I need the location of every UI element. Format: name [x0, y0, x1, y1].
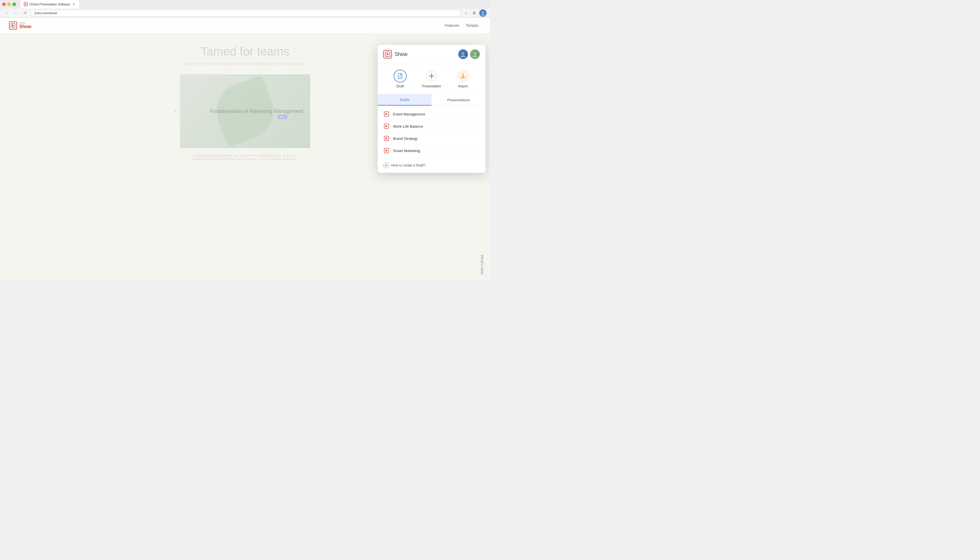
- site-nav-features[interactable]: Features: [444, 23, 459, 28]
- back-button[interactable]: ‹: [3, 10, 10, 17]
- list-item-text-2: Work-Life Balance: [393, 124, 423, 128]
- whats-new-label[interactable]: What's New: [480, 255, 484, 274]
- profile-avatar[interactable]: [479, 9, 487, 17]
- list-item[interactable]: Brand Strategy: [378, 132, 486, 144]
- svg-point-10: [474, 52, 476, 55]
- svg-point-8: [462, 52, 464, 55]
- back-icon: ‹: [6, 11, 7, 15]
- popup-list: Event Management Work-Life Balance: [378, 107, 486, 158]
- svg-marker-23: [385, 164, 388, 167]
- reload-icon: ↺: [23, 11, 27, 15]
- slide-preview-container: Fundamentals of Marketing Management. Am…: [180, 74, 310, 148]
- popup-logo-icon: [383, 50, 392, 58]
- popup-avatar-primary[interactable]: [458, 49, 468, 59]
- svg-marker-1: [25, 3, 27, 5]
- svg-point-3: [481, 14, 485, 16]
- amy-badge: Amy: [277, 115, 288, 119]
- draft-icon-circle: [394, 70, 407, 83]
- svg-point-9: [461, 55, 466, 57]
- presentation-action-button[interactable]: Presentation: [419, 70, 444, 88]
- popup-actions: Draft Presentation: [378, 64, 486, 94]
- tab-bar: Online Presentation Software ✕: [0, 0, 490, 9]
- import-label: Import: [458, 84, 468, 88]
- list-item-text-4: Smart Marketing: [393, 148, 420, 153]
- list-item-text-1: Event Management: [393, 112, 425, 116]
- popup-app-name: Show: [395, 52, 408, 57]
- svg-point-2: [482, 12, 484, 13]
- site-navbar: Zoho Show Features Templa...: [0, 18, 490, 33]
- import-action-button[interactable]: Import: [450, 70, 476, 88]
- slide-headline: Fundamentals of Marketing Management.: [210, 108, 304, 114]
- footer-play-icon: [383, 163, 389, 168]
- window-controls: [2, 3, 16, 6]
- extensions-icon[interactable]: ⊞: [471, 10, 477, 16]
- svg-marker-5: [12, 24, 14, 27]
- forward-button[interactable]: ›: [12, 10, 19, 17]
- minimize-button[interactable]: [7, 3, 11, 6]
- slide-text-overlay: Fundamentals of Marketing Management.: [210, 108, 304, 114]
- tab-favicon-icon: [24, 2, 28, 6]
- address-bar[interactable]: Zoho.com/show/: [31, 10, 461, 17]
- svg-point-11: [473, 55, 478, 57]
- tab-drafts[interactable]: Drafts: [378, 94, 432, 105]
- draft-label: Draft: [396, 84, 404, 88]
- tab-close-button[interactable]: ✕: [72, 2, 76, 6]
- site-logo: Zoho Show: [9, 22, 32, 30]
- site-nav-templates[interactable]: Templa...: [466, 23, 481, 28]
- popup-avatar-secondary[interactable]: [470, 49, 480, 59]
- draft-action-button[interactable]: Draft: [388, 70, 413, 88]
- forward-icon: ›: [15, 11, 17, 15]
- tab-title: Online Presentation Software: [30, 3, 70, 6]
- hero-subtitle: Stay in sync with your teams and make co…: [183, 61, 306, 66]
- nav-bar: ‹ › ↺ Zoho.com/show/ ☆ ⊞: [0, 9, 490, 18]
- list-item[interactable]: Smart Marketing: [378, 145, 486, 157]
- tab-presentations[interactable]: Presentations: [432, 94, 486, 105]
- hero-title: Tamed for teams: [201, 45, 290, 58]
- close-button[interactable]: [2, 3, 6, 6]
- list-item-icon-2: [383, 123, 389, 129]
- slide-prev-button[interactable]: ‹: [171, 107, 180, 115]
- popup-header: Show: [378, 45, 486, 64]
- browser-chrome: Online Presentation Software ✕ ‹ › ↺ Zoh…: [0, 0, 490, 18]
- site-logo-show: Show: [19, 24, 32, 29]
- list-item-icon-1: [383, 111, 389, 117]
- maximize-button[interactable]: [12, 3, 16, 6]
- list-item-icon-3: [383, 135, 389, 142]
- list-item-icon-4: [383, 148, 389, 154]
- popup-tabs: Drafts Presentations: [378, 94, 486, 106]
- website-background: Zoho Show Features Templa... Tamed for t…: [0, 18, 490, 280]
- list-item-text-3: Brand Strategy: [393, 137, 418, 141]
- presentation-icon-circle: [425, 70, 438, 83]
- dropdown-popup: Show: [378, 45, 486, 173]
- slide-preview: Fundamentals of Marketing Management. Am…: [180, 74, 310, 148]
- popup-right-icons: [458, 49, 480, 59]
- popup-footer: How to create a Draft?: [378, 158, 486, 173]
- url-text: Zoho.com/show/: [34, 12, 57, 15]
- import-icon-circle: [456, 70, 469, 83]
- bookmark-icon[interactable]: ☆: [463, 10, 469, 16]
- list-item[interactable]: Work-Life Balance: [378, 120, 486, 132]
- nav-right-icons: ☆ ⊞: [463, 9, 487, 17]
- bottom-description: Understanding the Marketing Mix and the …: [188, 154, 302, 160]
- list-item[interactable]: Event Management: [378, 108, 486, 120]
- site-logo-icon: [9, 22, 17, 30]
- browser-tab[interactable]: Online Presentation Software ✕: [20, 0, 79, 8]
- footer-help-link[interactable]: How to create a Draft?: [391, 163, 425, 167]
- presentation-label: Presentation: [422, 84, 441, 88]
- site-logo-text: Zoho Show: [19, 22, 32, 29]
- reload-button[interactable]: ↺: [22, 10, 28, 17]
